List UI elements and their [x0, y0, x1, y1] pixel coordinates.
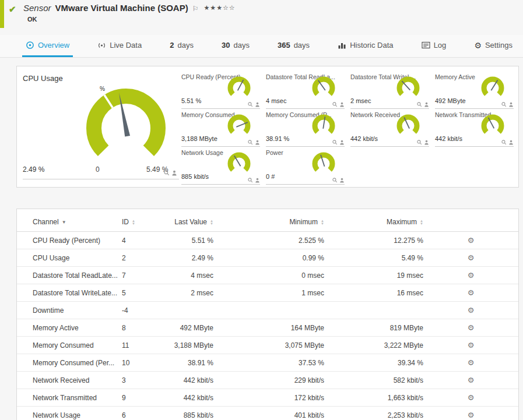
channel-row[interactable]: CPU Usage 2 2.49 % 0.99 % 5.49 % ⚙ — [17, 249, 518, 267]
channel-settings-icon[interactable]: ⚙ — [468, 411, 475, 419]
person-icon[interactable] — [255, 178, 260, 183]
mini-gauge[interactable] — [225, 151, 253, 174]
magnifier-icon[interactable] — [332, 178, 338, 183]
sort-icons[interactable]: ▲▼ — [210, 220, 213, 225]
person-icon[interactable] — [339, 140, 345, 145]
tab-365-days-label: days — [294, 41, 310, 50]
channel-settings-icon[interactable]: ⚙ — [468, 271, 475, 280]
object-kind-label: Sensor — [23, 3, 51, 13]
person-icon[interactable] — [508, 102, 514, 107]
magnifier-icon[interactable] — [501, 102, 507, 107]
channel-id: 11 — [122, 337, 146, 354]
magnifier-icon[interactable] — [332, 102, 338, 107]
mini-gauge[interactable] — [225, 75, 253, 98]
channel-settings-icon[interactable]: ⚙ — [468, 323, 475, 332]
mini-gauge-value: 4 msec — [266, 97, 286, 104]
mini-gauge[interactable] — [394, 113, 422, 136]
channel-name[interactable]: Memory Consumed (Per... — [17, 354, 122, 372]
magnifier-icon[interactable] — [417, 140, 422, 145]
col-header-minimum[interactable]: Minimum▲▼ — [213, 209, 324, 232]
channel-name[interactable]: Datastore Total WriteLate... — [17, 284, 122, 302]
tab-settings[interactable]: ⚙ Settings — [471, 35, 516, 57]
sort-icons[interactable]: ▲▼ — [321, 220, 324, 225]
priority-stars[interactable]: ★★★☆☆ — [203, 4, 235, 11]
magnifier-icon[interactable] — [248, 178, 253, 183]
sort-icons[interactable]: ▲▼ — [132, 220, 135, 225]
channel-settings-icon[interactable]: ⚙ — [468, 393, 475, 402]
mini-gauge-value: 38.91 % — [266, 135, 289, 142]
person-icon[interactable] — [339, 102, 345, 107]
magnifier-icon[interactable] — [248, 102, 253, 107]
sort-down-icon[interactable]: ▼ — [62, 220, 66, 225]
channel-settings-icon[interactable]: ⚙ — [468, 253, 475, 262]
channel-last-value: 442 kbit/s — [146, 389, 213, 407]
mini-gauge[interactable] — [310, 113, 338, 136]
channel-settings-icon[interactable]: ⚙ — [468, 341, 475, 350]
ok-check-icon: ✔ — [9, 4, 16, 15]
col-header-maximum[interactable]: Maximum▲▼ — [324, 209, 423, 232]
magnifier-icon[interactable] — [417, 102, 422, 107]
mini-gauge-value: 5.51 % — [181, 97, 201, 104]
tab-365-days[interactable]: 365 days — [274, 35, 313, 57]
table-body: CPU Ready (Percent) 4 5.51 % 2.525 % 12.… — [17, 232, 518, 420]
mini-gauge[interactable] — [310, 75, 338, 98]
channel-row[interactable]: CPU Ready (Percent) 4 5.51 % 2.525 % 12.… — [17, 232, 518, 249]
channel-minimum: 2.525 % — [213, 232, 324, 249]
channel-row[interactable]: Memory Consumed 11 3,188 MByte 3,075 MBy… — [17, 337, 518, 354]
status-color-stripe — [0, 0, 4, 28]
channel-settings-icon[interactable]: ⚙ — [468, 306, 475, 315]
channel-id: 4 — [122, 232, 146, 249]
channel-row[interactable]: Datastore Total ReadLate... 7 4 msec 0 m… — [17, 267, 518, 284]
tab-30-days[interactable]: 30 days — [218, 35, 253, 57]
channel-name[interactable]: Downtime — [17, 302, 122, 319]
tab-log[interactable]: Log — [418, 35, 450, 57]
col-header-id[interactable]: ID▲▼ — [122, 209, 146, 232]
channel-name[interactable]: Network Transmitted — [17, 389, 122, 407]
person-icon[interactable] — [339, 178, 345, 183]
channel-name[interactable]: Datastore Total ReadLate... — [17, 267, 122, 284]
channel-name[interactable]: Memory Active — [17, 319, 122, 337]
channel-settings-icon[interactable]: ⚙ — [468, 288, 475, 297]
mini-gauge[interactable] — [394, 75, 422, 98]
mini-gauge-value: 885 kbit/s — [181, 173, 209, 180]
channel-name[interactable]: Network Usage — [17, 407, 122, 420]
person-icon[interactable] — [424, 140, 429, 145]
person-icon[interactable] — [255, 140, 260, 145]
channel-name[interactable]: CPU Usage — [17, 249, 122, 267]
tab-live-data[interactable]: Live Data — [94, 35, 145, 57]
col-header-last-value[interactable]: Last Value▲▼ — [146, 209, 213, 232]
channel-row[interactable]: Network Usage 6 885 kbit/s 401 kbit/s 2,… — [17, 407, 518, 420]
main-gauge-area: CPU Usage % 2.49 % 0 5.49 % — [17, 66, 181, 187]
channel-row[interactable]: Datastore Total WriteLate... 5 2 msec 1 … — [17, 284, 518, 302]
channel-settings-icon[interactable]: ⚙ — [468, 358, 475, 367]
tab-2-days[interactable]: 2 days — [166, 35, 197, 57]
channel-name[interactable]: Network Received — [17, 372, 122, 389]
channel-row[interactable]: Network Received 3 442 kbit/s 229 kbit/s… — [17, 372, 518, 389]
mini-gauge[interactable] — [310, 151, 338, 174]
magnifier-icon[interactable] — [501, 140, 507, 145]
channel-settings-icon[interactable]: ⚙ — [468, 376, 475, 384]
magnifier-icon[interactable] — [332, 140, 338, 145]
channel-name[interactable]: Memory Consumed — [17, 337, 122, 354]
person-icon[interactable] — [424, 102, 429, 107]
channel-settings-icon[interactable]: ⚙ — [468, 236, 475, 245]
magnifier-icon[interactable] — [248, 140, 253, 145]
person-icon[interactable] — [255, 102, 260, 107]
col-header-channel[interactable]: Channel▼ — [17, 209, 122, 232]
channel-row[interactable]: Network Transmitted 9 442 kbit/s 172 kbi… — [17, 389, 518, 407]
channel-row[interactable]: Memory Active 8 492 MByte 164 MByte 819 … — [17, 319, 518, 337]
tab-overview[interactable]: Overview — [22, 35, 73, 57]
mini-gauge[interactable] — [479, 75, 507, 98]
mini-gauge[interactable] — [225, 113, 253, 136]
tab-historic-data[interactable]: Historic Data — [334, 35, 396, 57]
person-icon[interactable] — [508, 140, 514, 145]
cpu-usage-gauge[interactable]: % — [76, 83, 175, 164]
magnifier-icon[interactable] — [164, 170, 170, 176]
flag-icon[interactable]: ⚐ — [192, 5, 199, 13]
channel-row[interactable]: Downtime -4 ⚙ — [17, 302, 518, 319]
channel-row[interactable]: Memory Consumed (Per... 10 38.91 % 37.53… — [17, 354, 518, 372]
channel-name[interactable]: CPU Ready (Percent) — [17, 232, 122, 249]
mini-gauge[interactable] — [479, 113, 507, 136]
person-icon[interactable] — [171, 170, 177, 176]
sort-icons[interactable]: ▲▼ — [420, 220, 423, 225]
